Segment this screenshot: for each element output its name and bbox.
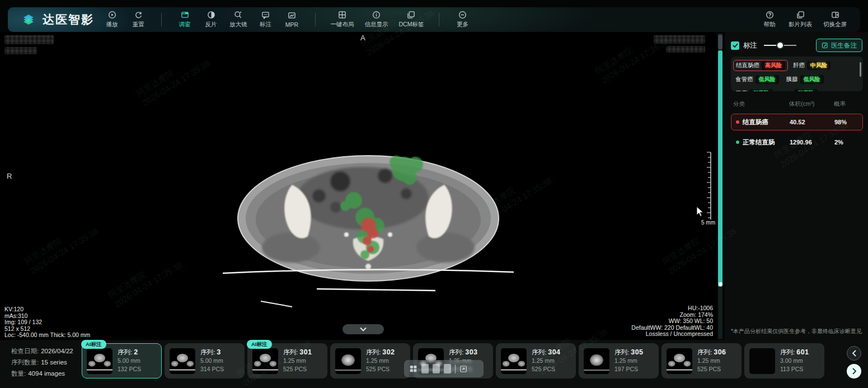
reset-icon <box>134 11 143 19</box>
more-button[interactable]: 更多 <box>454 11 470 29</box>
expand-icon[interactable] <box>459 365 467 373</box>
grid-icon <box>409 364 417 373</box>
image-index: Img: 109 / 132 <box>4 319 90 326</box>
layout-grid-icon <box>338 11 346 19</box>
orientation-right-label: R <box>7 172 12 180</box>
fullscreen-label: 切换全屏 <box>823 21 847 29</box>
series-number: 305 <box>631 348 643 356</box>
layout-page-preview[interactable] <box>433 364 440 373</box>
risk-tag-pancreas[interactable]: 胰腺 低风险 <box>786 75 824 84</box>
ct-viewport[interactable]: A R <box>0 32 716 340</box>
annotate-button[interactable]: 标注 <box>258 11 274 29</box>
image-pcs: 525 PCS <box>697 365 726 373</box>
header-classification: 分类 <box>733 100 789 108</box>
orientation-anterior-label: A <box>360 34 365 42</box>
green-dot-icon <box>736 141 739 144</box>
film-list-button[interactable]: 影片列表 <box>789 11 812 29</box>
help-button[interactable]: 帮助 <box>762 11 777 29</box>
mpr-button[interactable]: MPR <box>284 11 300 28</box>
slice-thickness: 1.25 mm <box>283 357 312 365</box>
layout-page-preview[interactable] <box>421 364 429 373</box>
top-toolbar: 达医智影 播放 重置 调窗 反片 放大镜 标注 MPR <box>8 7 860 32</box>
scroll-series-right-button[interactable] <box>847 364 861 378</box>
series-card-3[interactable]: 序列:3 5.00 mm 314 PCS <box>165 343 245 378</box>
table-row-normal-colon[interactable]: 正常结直肠 1290.96 2% <box>731 134 863 151</box>
window-values: WW: 350 WL: 50 <box>631 318 713 325</box>
dcm-tags-label: DCM标签 <box>399 21 424 29</box>
viewport-scrollbar-handle[interactable] <box>718 50 722 287</box>
doctor-notes-button[interactable]: 医生备注 <box>816 39 862 52</box>
study-date: 2026/04/22 <box>41 348 73 354</box>
study-info: 检查日期:2026/04/22 序列数量:15 series 数量:4094 i… <box>11 345 73 379</box>
image-pcs: 314 PCS <box>200 365 224 373</box>
fullscreen-button[interactable]: 切换全屏 <box>823 11 847 29</box>
window-level-icon <box>181 11 189 19</box>
risk-tag-esophageal-cancer[interactable]: 食管癌 低风险 <box>735 75 779 84</box>
table-row-colorectal-cancer[interactable]: 结直肠癌 40.52 98% <box>731 114 863 130</box>
series-number: 302 <box>382 348 395 356</box>
annotation-visibility-checkbox[interactable] <box>731 41 739 50</box>
series-number: 601 <box>796 348 809 356</box>
chevron-down-icon <box>359 327 367 331</box>
doctor-notes-label: 医生备注 <box>831 41 857 50</box>
table-header-row: 分类 体积(cm³) 概率 <box>731 98 863 114</box>
series-card-306[interactable]: 序列:306 1.25 mm 525 PCS <box>661 343 742 378</box>
invert-label: 反片 <box>205 21 217 29</box>
series-thumbnail <box>170 348 195 374</box>
risk-tag-gastric-cancer[interactable]: 胃癌 低风险 <box>735 89 773 91</box>
invert-button[interactable]: 反片 <box>203 11 219 29</box>
more-icon <box>458 11 467 19</box>
ct-axial-slice-image <box>207 140 520 319</box>
app-logo: 达医智影 <box>8 11 96 28</box>
popup-separator <box>455 364 456 373</box>
risk-tag-liver-cancer[interactable]: 肝癌 中风险 <box>793 61 831 70</box>
ai-annotation-badge: AI标注 <box>247 340 272 349</box>
info-display-button[interactable]: 信息显示 <box>365 11 388 29</box>
disclaimer-text: *本产品分析结果仅供医生参考，非最终临床诊断意见 <box>731 328 865 335</box>
window-level-button[interactable]: 调窗 <box>177 11 193 29</box>
series-count: 15 series <box>41 359 67 366</box>
magnifier-button[interactable]: 放大镜 <box>229 11 247 29</box>
series-thumbnail <box>667 348 692 374</box>
toolbar-right-group: 帮助 影片列表 切换全屏 <box>762 11 860 29</box>
series-card-2[interactable]: AI标注 序列:2 5.00 mm 132 PCS <box>82 343 162 378</box>
risk-tag-aas[interactable]: AAS 低风险 <box>780 89 818 91</box>
volume-value: 1290.96 <box>790 139 834 146</box>
series-card-601[interactable]: 序列:601 3.00 mm 113 PCS <box>744 343 824 378</box>
layout-switcher-popup[interactable] <box>404 360 484 377</box>
layout-page-preview[interactable] <box>444 364 451 373</box>
play-button[interactable]: 播放 <box>104 11 120 29</box>
risk-tag-colorectal-cancer[interactable]: 结直肠癌 高风险 <box>733 60 788 71</box>
info-display-label: 信息显示 <box>365 21 388 29</box>
reset-label: 重置 <box>133 21 144 29</box>
redacted-study-info <box>666 46 705 53</box>
ai-annotation-badge: AI标注 <box>81 340 106 349</box>
annotation-opacity-slider[interactable] <box>764 41 796 49</box>
series-card-304[interactable]: 序列:304 1.25 mm 525 PCS <box>496 343 576 378</box>
film-list-icon <box>796 11 805 19</box>
slider-knob[interactable] <box>777 43 783 48</box>
series-card-302[interactable]: 序列:302 1.25 mm 525 PCS <box>330 343 410 378</box>
film-list-label: 影片列表 <box>789 21 812 29</box>
app-title: 达医智影 <box>43 12 94 27</box>
risk-box-scrollbar[interactable] <box>860 62 861 77</box>
layout-button[interactable]: 一键布局 <box>331 11 354 29</box>
series-card-301[interactable]: AI标注 序列:301 1.25 mm 525 PCS <box>247 343 327 378</box>
scroll-series-left-button[interactable] <box>847 346 861 361</box>
layout-label: 一键布局 <box>331 21 354 29</box>
risk-level-badge: 低风险 <box>749 89 773 91</box>
dcm-tags-button[interactable]: DCM标签 <box>399 11 424 29</box>
fullscreen-icon <box>831 11 839 19</box>
play-label: 播放 <box>106 21 118 29</box>
image-pcs: 113 PCS <box>780 365 809 373</box>
check-icon <box>733 43 738 48</box>
slice-thickness: 5.00 mm <box>118 357 141 365</box>
collapse-thumbnails-button[interactable] <box>342 324 384 334</box>
dicom-overlay-left: KV:120 mAs:310 Img: 109 / 132 512 x 512 … <box>4 306 90 339</box>
redacted-study-info <box>654 35 705 44</box>
slice-thickness: 1.25 mm <box>532 357 561 365</box>
reset-button[interactable]: 重置 <box>130 11 146 29</box>
annotate-label: 标注 <box>260 21 271 29</box>
series-card-305[interactable]: 序列:305 1.25 mm 197 PCS <box>579 343 659 378</box>
mpr-icon <box>288 11 296 20</box>
